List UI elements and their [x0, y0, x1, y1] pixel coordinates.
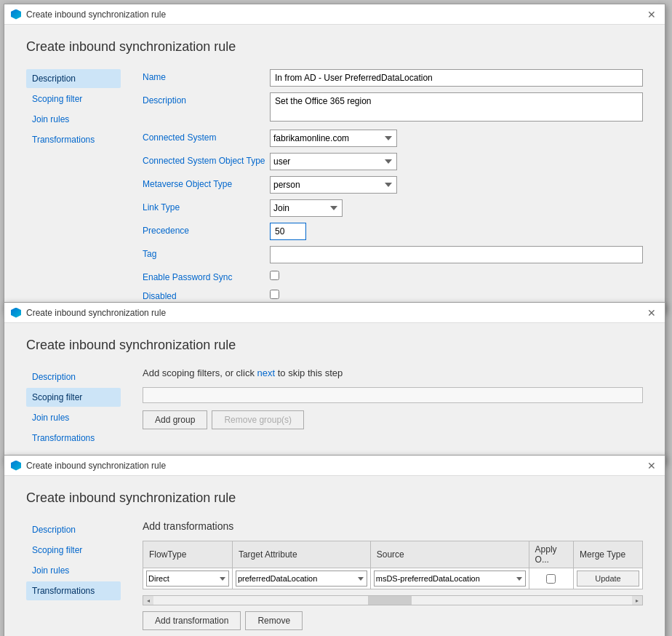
description-row: Description Set the Office 365 region — [143, 92, 643, 124]
name-row: Name — [143, 69, 643, 87]
scroll-thumb[interactable] — [368, 596, 412, 605]
next-link[interactable]: next — [257, 367, 276, 378]
sidebar-item-description-3[interactable]: Description — [26, 520, 121, 539]
sidebar-item-join-2[interactable]: Join rules — [26, 408, 121, 427]
remove-transformation-button[interactable]: Remove — [245, 611, 303, 630]
window-2-sidebar: Description Scoping filter Join rules Tr… — [26, 367, 121, 449]
window-1-title: Create inbound synchronization rule — [26, 9, 166, 20]
tag-input[interactable] — [270, 246, 643, 263]
window-2-icon — [10, 307, 22, 319]
window-2-form: Add scoping filters, or click next to sk… — [143, 367, 643, 449]
source-select[interactable]: msDS-preferredDataLocation — [374, 571, 526, 587]
window-1-content: Create inbound synchronization rule Desc… — [4, 25, 665, 312]
window-2-content: Create inbound synchronization rule Desc… — [4, 323, 665, 464]
connected-system-row: Connected System fabrikamonline.com — [143, 130, 643, 147]
window-3-titlebar: Create inbound synchronization rule ✕ — [4, 456, 665, 476]
sidebar-item-transformations-3[interactable]: Transformations — [26, 581, 121, 600]
window-3-close-button[interactable]: ✕ — [644, 458, 659, 473]
sidebar-item-join-3[interactable]: Join rules — [26, 561, 121, 580]
eps-control — [270, 269, 643, 280]
add-transformation-button[interactable]: Add transformation — [143, 611, 241, 630]
tag-label: Tag — [143, 246, 270, 259]
disabled-label: Disabled — [143, 288, 270, 301]
sidebar-item-transformations-1[interactable]: Transformations — [26, 130, 121, 149]
sidebar-item-scoping-1[interactable]: Scoping filter — [26, 90, 121, 108]
eps-label: Enable Password Sync — [143, 269, 270, 282]
csot-select[interactable]: user — [270, 153, 397, 170]
description-input[interactable]: Set the Office 365 region — [270, 92, 643, 122]
mvot-label: Metaverse Object Type — [143, 176, 270, 189]
connected-system-select[interactable]: fabrikamonline.com — [270, 130, 397, 147]
sidebar-item-scoping-3[interactable]: Scoping filter — [26, 541, 121, 560]
window-3-form: Add transformations FlowType Target Attr… — [143, 520, 643, 630]
tag-row: Tag — [143, 246, 643, 263]
app-icon — [11, 9, 21, 20]
mvot-row: Metaverse Object Type person — [143, 176, 643, 194]
apply-cell — [529, 568, 573, 589]
precedence-row: Precedence — [143, 223, 643, 240]
csot-row: Connected System Object Type user — [143, 153, 643, 170]
window-2-titlebar: Create inbound synchronization rule ✕ — [4, 303, 665, 323]
sidebar-item-description-1[interactable]: Description — [26, 69, 121, 88]
mvot-select[interactable]: person — [270, 176, 397, 194]
remove-groups-button[interactable]: Remove group(s) — [212, 410, 304, 429]
name-input[interactable] — [270, 69, 643, 87]
flowtype-select[interactable]: Direct — [146, 571, 229, 587]
mvot-control: person — [270, 176, 643, 194]
sidebar-item-description-2[interactable]: Description — [26, 367, 121, 386]
col-apply: Apply O... — [529, 541, 573, 568]
window-2-page-title: Create inbound synchronization rule — [26, 338, 643, 353]
merge-type-button[interactable]: Update — [577, 571, 639, 587]
csot-control: user — [270, 153, 643, 170]
scoping-instruction: Add scoping filters, or click next to sk… — [143, 367, 643, 378]
target-select[interactable]: preferredDataLocation — [236, 571, 367, 587]
table-row: Direct preferredDataLocation msDS-pr — [143, 568, 643, 589]
scoping-bar — [143, 387, 643, 403]
disabled-row: Disabled — [143, 288, 643, 301]
col-merge: Merge Type — [574, 541, 643, 568]
flowtype-cell: Direct — [143, 568, 233, 589]
name-control — [270, 69, 643, 87]
window-1-form: Name Description Set the Office 365 regi… — [143, 69, 643, 307]
tag-control — [270, 246, 643, 263]
col-source: Source — [370, 541, 529, 568]
add-group-button[interactable]: Add group — [143, 410, 207, 429]
scoping-buttons: Add group Remove group(s) — [143, 410, 643, 429]
apply-once-checkbox[interactable] — [546, 574, 556, 584]
transform-title: Add transformations — [143, 520, 643, 532]
window-2-layout: Description Scoping filter Join rules Tr… — [26, 367, 643, 449]
scroll-right-arrow[interactable]: ▸ — [632, 596, 642, 605]
scroll-left-arrow[interactable]: ◂ — [143, 596, 153, 605]
connected-system-control: fabrikamonline.com — [270, 130, 643, 147]
eps-checkbox[interactable] — [270, 271, 279, 280]
transform-table: FlowType Target Attribute Source Apply O… — [143, 541, 643, 589]
precedence-input[interactable] — [270, 223, 306, 240]
disabled-control — [270, 288, 643, 299]
merge-cell: Update — [574, 568, 643, 589]
window-3-title: Create inbound synchronization rule — [26, 461, 166, 471]
sidebar-item-scoping-2[interactable]: Scoping filter — [26, 388, 121, 407]
link-type-select[interactable]: Join — [270, 199, 343, 217]
window-1-layout: Description Scoping filter Join rules Tr… — [26, 69, 643, 307]
window-1-titlebar: Create inbound synchronization rule ✕ — [4, 4, 665, 25]
csot-label: Connected System Object Type — [143, 153, 270, 166]
window-3-page-title: Create inbound synchronization rule — [26, 490, 643, 506]
name-label: Name — [143, 69, 270, 82]
col-target: Target Attribute — [232, 541, 370, 568]
window-1-page-title: Create inbound synchronization rule — [26, 39, 643, 55]
window-3: Create inbound synchronization rule ✕ Cr… — [4, 455, 665, 636]
precedence-control — [270, 223, 643, 240]
window-3-icon — [10, 460, 22, 472]
sidebar-item-transformations-2[interactable]: Transformations — [26, 429, 121, 448]
app-icon-2 — [11, 308, 21, 318]
target-cell: preferredDataLocation — [232, 568, 370, 589]
window-1: Create inbound synchronization rule ✕ Cr… — [4, 4, 665, 313]
link-type-control: Join — [270, 199, 643, 217]
window-2-close-button[interactable]: ✕ — [644, 306, 659, 320]
window-1-close-button[interactable]: ✕ — [644, 7, 659, 22]
window-2-title: Create inbound synchronization rule — [26, 308, 166, 318]
horizontal-scrollbar[interactable]: ◂ ▸ — [143, 595, 643, 605]
window-1-icon — [10, 9, 22, 20]
sidebar-item-join-1[interactable]: Join rules — [26, 110, 121, 129]
disabled-checkbox[interactable] — [270, 290, 279, 299]
